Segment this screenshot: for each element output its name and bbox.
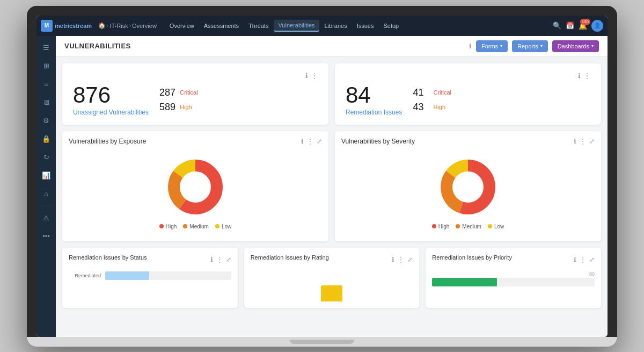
chart-exposure-icons: ℹ ⋮ ⤢ [301, 138, 322, 145]
chart-priority-icons: ℹ ⋮ ⤢ [574, 256, 595, 263]
status-info-icon[interactable]: ℹ [210, 256, 213, 263]
reports-label: Reports [517, 43, 538, 49]
nav-overview[interactable]: Overview [165, 20, 199, 31]
legend-label-high-1: High [166, 224, 177, 229]
sidebar-monitor-icon[interactable]: 🖥 [39, 95, 54, 110]
high-count-1: 589 [159, 102, 175, 113]
donut-exposure [163, 155, 228, 219]
notification-badge[interactable]: 🔔 130 [579, 21, 587, 31]
nav-breadcrumb: 🏠 › IT-Risk › Overview [98, 22, 157, 29]
kpi-card-vulnerabilities: ℹ ⋮ 876 Unassigned Vulnerabilities [62, 63, 328, 125]
rating-more-icon[interactable]: ⋮ [398, 256, 404, 263]
nav-assessments[interactable]: Assessments [200, 20, 243, 31]
sidebar-menu-icon[interactable]: ☰ [39, 40, 54, 55]
rating-expand-icon[interactable]: ⤢ [407, 256, 413, 263]
legend-dot-medium-2 [456, 224, 460, 228]
chart-expand-icon-1[interactable]: ⤢ [317, 138, 322, 145]
nav-issues[interactable]: Issues [353, 20, 378, 31]
sidebar: ☰ ⊞ ≡ 🖥 ⚙ 🔒 ↻ 📊 ⌂ ⚠ ••• [36, 36, 56, 337]
kpi-more-icon-1[interactable]: ⋮ [311, 72, 318, 80]
laptop-frame: M metricstream 🏠 › IT-Risk › Overview Ov… [27, 6, 617, 347]
priority-info-icon[interactable]: ℹ [574, 256, 576, 263]
status-expand-icon[interactable]: ⤢ [226, 256, 231, 263]
yellow-bar-area [251, 269, 413, 301]
home-icon[interactable]: 🏠 [98, 22, 106, 29]
high-count-2: 43 [413, 102, 429, 113]
sidebar-chart-icon[interactable]: 📊 [39, 168, 54, 183]
bar-row-remediated: Remediated [69, 271, 231, 280]
sidebar-list-icon[interactable]: ≡ [39, 77, 54, 92]
chart-expand-icon-2[interactable]: ⤢ [589, 138, 595, 145]
breadcrumb-overview: Overview [132, 23, 157, 29]
priority-more-icon[interactable]: ⋮ [580, 256, 586, 263]
sidebar-more-icon[interactable]: ••• [39, 229, 54, 244]
kpi-details-2: 41 Critical 43 High [413, 87, 451, 113]
kpi-info-icon-2[interactable]: ℹ [578, 72, 581, 80]
breadcrumb-itrisk[interactable]: IT-Risk [109, 23, 128, 29]
reports-button[interactable]: Reports ▾ [512, 40, 548, 52]
kpi-details-1: 287 Critical 589 High [159, 87, 198, 113]
sidebar-gear-icon[interactable]: ⚙ [39, 113, 54, 128]
status-more-icon[interactable]: ⋮ [216, 256, 223, 263]
chart-info-icon-2[interactable]: ℹ [574, 138, 576, 145]
sidebar-warning-icon[interactable]: ⚠ [39, 211, 54, 226]
legend-dot-medium-1 [183, 224, 187, 228]
chart-severity-icons: ℹ ⋮ ⤢ [574, 138, 595, 145]
critical-count-2: 41 [413, 87, 429, 98]
chart-severity: Vulnerabilities by Severity ℹ ⋮ ⤢ [335, 131, 601, 241]
logo-icon: M [41, 20, 53, 32]
legend-medium-1: Medium [183, 224, 209, 229]
kpi-more-icon-2[interactable]: ⋮ [584, 72, 590, 80]
calendar-icon[interactable]: 📅 [566, 21, 574, 30]
chart-more-icon-2[interactable]: ⋮ [580, 138, 586, 145]
header-info-icon[interactable]: ℹ [469, 42, 472, 50]
sidebar-lock-icon[interactable]: 🔒 [39, 132, 54, 147]
dashboards-button[interactable]: Dashboards ▾ [552, 40, 599, 52]
bar-chart-priority: 80 [432, 269, 595, 291]
chart-status-icons: ℹ ⋮ ⤢ [210, 256, 231, 263]
chart-priority: Remediation Issues by Priority ℹ ⋮ ⤢ 80 [426, 248, 601, 308]
dashboards-arrow: ▾ [591, 44, 594, 48]
chart-info-icon-1[interactable]: ℹ [301, 138, 304, 145]
high-tag-1: High [180, 104, 192, 110]
sidebar-refresh-icon[interactable]: ↻ [39, 150, 54, 165]
legend-label-high-2: High [438, 224, 450, 229]
bar-label-remediated: Remediated [69, 273, 101, 278]
forms-label: Forms [481, 43, 498, 49]
app-body: ☰ ⊞ ≡ 🖥 ⚙ 🔒 ↻ 📊 ⌂ ⚠ ••• VULNERABILITIES [36, 36, 608, 337]
chart-rating-icons: ℹ ⋮ ⤢ [392, 256, 413, 263]
sidebar-search-icon[interactable]: ⊞ [39, 59, 54, 74]
top-nav: M metricstream 🏠 › IT-Risk › Overview Ov… [36, 16, 608, 36]
kpi-number-2: 84 [346, 84, 402, 106]
chart-more-icon-1[interactable]: ⋮ [307, 138, 313, 145]
kpi-card-inner-2: 84 Remediation Issues 41 Critical [346, 84, 590, 116]
chart-severity-header: Vulnerabilities by Severity ℹ ⋮ ⤢ [341, 138, 595, 145]
nav-vulnerabilities[interactable]: Vulnerabilities [274, 20, 319, 32]
nav-libraries[interactable]: Libraries [320, 20, 352, 31]
chart-exposure-area: High Medium Low [69, 149, 322, 235]
search-icon[interactable]: 🔍 [553, 21, 561, 30]
priority-expand-icon[interactable]: ⤢ [589, 256, 595, 263]
kpi-info-icon-1[interactable]: ℹ [305, 72, 308, 80]
legend-dot-high-2 [432, 224, 436, 228]
chart-priority-header: Remediation Issues by Priority ℹ ⋮ ⤢ [432, 254, 595, 265]
user-avatar[interactable]: 👤 [591, 20, 603, 32]
rating-info-icon[interactable]: ℹ [392, 256, 394, 263]
nav-threats[interactable]: Threats [244, 20, 273, 31]
chart-status-header: Remediation Issues by Status ℹ ⋮ ⤢ [69, 254, 231, 265]
breadcrumb-sep-2: › [129, 23, 131, 28]
critical-tag-2: Critical [433, 89, 451, 96]
bar-chart-status: Remediated [69, 269, 231, 284]
legend-medium-2: Medium [456, 224, 481, 229]
nav-setup[interactable]: Setup [379, 20, 403, 31]
chart-exposure: Vulnerabilities by Exposure ℹ ⋮ ⤢ [62, 131, 328, 241]
forms-button[interactable]: Forms ▾ [476, 40, 508, 52]
legend-label-medium-1: Medium [189, 224, 209, 229]
sidebar-home-icon[interactable]: ⌂ [39, 186, 54, 202]
kpi-main-2: 84 Remediation Issues [346, 84, 402, 116]
legend-dot-low-1 [215, 224, 219, 228]
kpi-detail-critical-1: 287 Critical [159, 87, 198, 98]
kpi-card-remediation: ℹ ⋮ 84 Remediation Issues 41 [335, 63, 601, 125]
kpi-row: ℹ ⋮ 876 Unassigned Vulnerabilities [62, 63, 601, 125]
dashboard-content: ℹ ⋮ 876 Unassigned Vulnerabilities [56, 57, 608, 314]
